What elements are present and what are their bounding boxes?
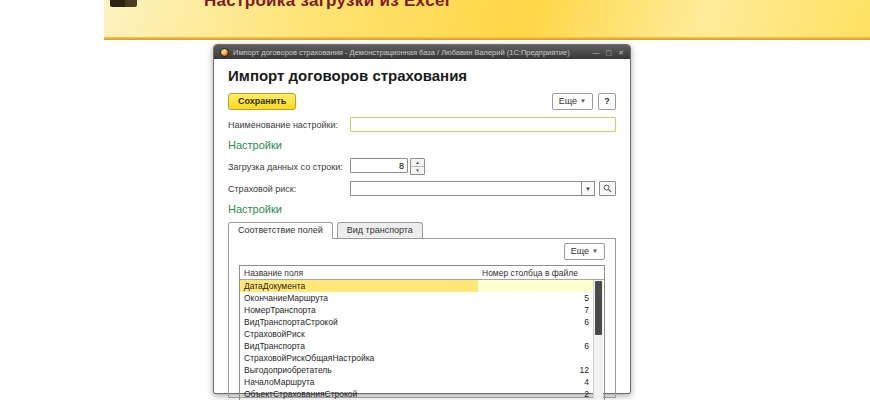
1c-logo-icon <box>220 48 229 57</box>
insurance-risk-input[interactable] <box>350 181 581 196</box>
app-window: Импорт договоров страхования - Демонстра… <box>213 44 631 394</box>
tab-field-mapping[interactable]: Соответствие полей <box>228 222 333 239</box>
insurance-risk-label: Страховой риск: <box>228 184 350 194</box>
column-number-cell[interactable] <box>478 280 604 293</box>
banner-title: Настройка загрузки из Excel <box>204 0 450 11</box>
banner-divider <box>104 37 870 40</box>
table-row[interactable]: СтраховойРискОбщаяНастройка <box>240 352 604 364</box>
field-name-cell[interactable]: ОбъектСтрахованияСтрокой <box>240 388 478 400</box>
column-number-cell[interactable]: 12 <box>478 364 604 376</box>
excel-icon <box>110 0 137 7</box>
minimize-icon[interactable]: — <box>593 49 600 56</box>
table-row[interactable]: НомерТранспорта7 <box>240 304 604 316</box>
page-title: Импорт договоров страхования <box>228 67 616 84</box>
form-toolbar: Сохранить Еще ▼ ? <box>228 93 616 110</box>
column-number-cell[interactable] <box>478 352 604 364</box>
section-settings-2: Настройки <box>228 203 616 215</box>
window-titlebar[interactable]: Импорт договоров страхования - Демонстра… <box>214 45 630 59</box>
field-name-cell[interactable]: ОкончаниеМаршрута <box>240 292 478 304</box>
insurance-risk-open-button[interactable] <box>599 181 616 196</box>
column-number-cell[interactable]: 5 <box>478 292 604 304</box>
table-row[interactable]: СтраховойРиск <box>240 328 604 340</box>
spin-up-icon[interactable]: ▲ <box>411 159 424 166</box>
table-header-row: Название поля Номер столбца в файле <box>240 266 604 280</box>
more-button-label: Еще <box>559 96 577 106</box>
start-row-input[interactable] <box>350 158 408 173</box>
column-number-cell[interactable]: 6 <box>478 340 604 352</box>
column-header-field[interactable]: Название поля <box>240 266 478 280</box>
field-name-cell[interactable]: ВидТранспортаСтрокой <box>240 316 478 328</box>
tab-transport-type[interactable]: Вид транспорта <box>337 222 423 238</box>
column-header-number[interactable]: Номер столбца в файле <box>478 266 604 280</box>
setting-name-label: Наименование настройки: <box>228 120 350 130</box>
field-name-cell[interactable]: СтраховойРискОбщаяНастройка <box>240 352 478 364</box>
field-mapping-panel: Еще ▼ Название поля Номер столбца в файл… <box>228 238 616 398</box>
field-name-cell[interactable]: ДатаДокумента <box>240 280 478 293</box>
column-number-cell[interactable]: 2 <box>478 388 604 400</box>
magnifier-icon <box>603 184 612 193</box>
close-icon[interactable]: ✕ <box>618 49 624 56</box>
start-row-label: Загрузка данных со строки: <box>228 162 350 172</box>
panel-more-button[interactable]: Еще ▼ <box>564 243 605 260</box>
chevron-down-icon: ▼ <box>592 248 598 254</box>
table-row[interactable]: ОбъектСтрахованияСтрокой2 <box>240 388 604 400</box>
setting-name-input[interactable] <box>350 117 616 132</box>
mapping-table: Название поля Номер столбца в файле Дата… <box>239 265 605 400</box>
save-button[interactable]: Сохранить <box>228 93 296 110</box>
insurance-risk-dropdown-button[interactable]: ▼ <box>581 181 595 196</box>
chevron-down-icon: ▼ <box>585 186 591 192</box>
spin-down-icon[interactable]: ▼ <box>411 166 424 174</box>
table-row[interactable]: ВидТранспорта6 <box>240 340 604 352</box>
table-row[interactable]: ОкончаниеМаршрута5 <box>240 292 604 304</box>
column-number-cell[interactable]: 4 <box>478 376 604 388</box>
column-number-cell[interactable]: 7 <box>478 304 604 316</box>
start-row-stepper[interactable]: ▲ ▼ <box>410 158 425 175</box>
table-row[interactable]: ВидТранспортаСтрокой6 <box>240 316 604 328</box>
section-settings-1: Настройки <box>228 139 616 151</box>
table-row[interactable]: Выгодоприобретатель12 <box>240 364 604 376</box>
field-name-cell[interactable]: НомерТранспорта <box>240 304 478 316</box>
field-name-cell[interactable]: Выгодоприобретатель <box>240 364 478 376</box>
field-name-cell[interactable]: СтраховойРиск <box>240 328 478 340</box>
field-name-cell[interactable]: НачалоМаршрута <box>240 376 478 388</box>
maximize-icon[interactable]: ▢ <box>606 49 613 56</box>
field-name-cell[interactable]: ВидТранспорта <box>240 340 478 352</box>
window-title: Импорт договоров страхования - Демонстра… <box>233 48 589 57</box>
form-content: Импорт договоров страхования Сохранить Е… <box>214 59 630 393</box>
table-row[interactable]: ДатаДокумента <box>240 280 604 293</box>
vertical-scrollbar[interactable] <box>593 280 603 399</box>
help-button[interactable]: ? <box>598 93 616 110</box>
panel-more-label: Еще <box>571 246 589 256</box>
table-row[interactable]: НачалоМаршрута4 <box>240 376 604 388</box>
tab-bar: Соответствие полей Вид транспорта <box>228 222 616 238</box>
column-number-cell[interactable] <box>478 328 604 340</box>
more-button[interactable]: Еще ▼ <box>552 93 593 110</box>
page-banner: Настройка загрузки из Excel <box>104 0 870 40</box>
chevron-down-icon: ▼ <box>580 98 586 104</box>
column-number-cell[interactable]: 6 <box>478 316 604 328</box>
scrollbar-thumb[interactable] <box>595 281 602 335</box>
